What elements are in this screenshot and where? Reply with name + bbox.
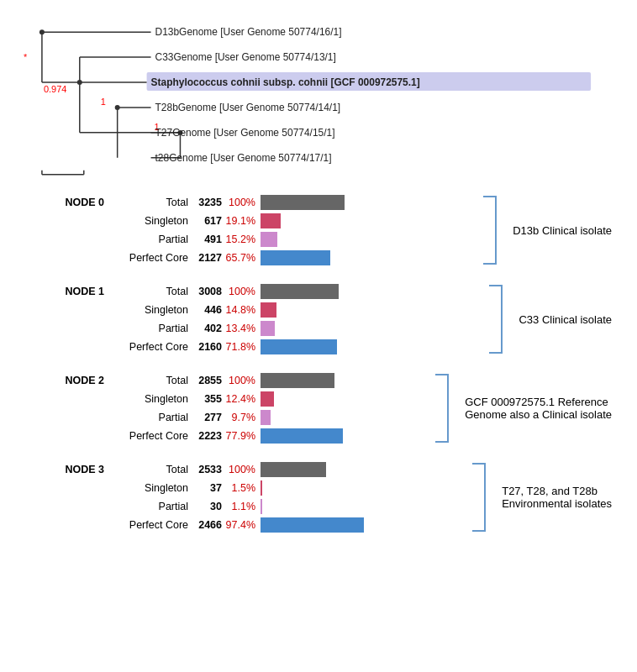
node-id-label-2: NODE 2 xyxy=(25,375,109,386)
node-singleton-row-0: Singleton 617 19.1% xyxy=(25,212,472,230)
node-id-label-0: NODE 0 xyxy=(25,197,109,208)
phylogenetic-tree: * 0.974 1 1 D13bGenome [User Genome 5077… xyxy=(17,8,620,176)
node-label-1: C33 Clinical isolate xyxy=(519,313,612,326)
node-label-col-1: C33 Clinical isolate xyxy=(519,282,612,356)
perfect-bar-2 xyxy=(261,428,370,444)
singleton-pct-2: 12.4% xyxy=(225,393,261,405)
bar-fill-perfect-1 xyxy=(261,339,337,354)
node-partial-row-3: Partial 30 1.1% xyxy=(25,497,461,516)
total-count-0: 3235 xyxy=(193,197,225,208)
bar-fill-total-1 xyxy=(261,284,339,299)
total-pct-2: 100% xyxy=(225,375,261,386)
singleton-bar-0 xyxy=(261,213,370,228)
bar-fill-singleton-3 xyxy=(261,480,262,496)
node-group-0: NODE 0 Total 3235 100% Singleton 617 19.… xyxy=(25,193,612,267)
perfect-count-3: 2466 xyxy=(193,519,225,531)
bracket-svg-0 xyxy=(479,193,504,267)
node-perfect-row-1: Perfect Core 2160 71.8% xyxy=(25,338,478,356)
total-bar-2 xyxy=(261,373,370,388)
bar-fill-singleton-1 xyxy=(261,302,276,318)
partial-count-0: 491 xyxy=(193,234,225,245)
tree-node-dot xyxy=(77,80,82,85)
node-label-col-3: T27, T28, and T28b Environmental isolate… xyxy=(502,460,612,534)
node-total-row-3: NODE 3 Total 2533 100% xyxy=(25,460,461,479)
bar-fill-total-0 xyxy=(261,195,345,210)
partial-pct-1: 13.4% xyxy=(225,323,261,334)
total-bar-1 xyxy=(261,284,370,299)
total-label-1: Total xyxy=(109,286,193,297)
singleton-label-2: Singleton xyxy=(109,393,193,405)
singleton-count-3: 37 xyxy=(193,482,225,494)
partial-bar-3 xyxy=(261,499,370,514)
perfect-count-0: 2127 xyxy=(193,252,225,264)
partial-pct-0: 15.2% xyxy=(225,234,261,245)
node-singleton-row-1: Singleton 446 14.8% xyxy=(25,301,478,319)
node-partial-row-2: Partial 277 9.7% xyxy=(25,408,424,427)
bars-section: NODE 0 Total 3235 100% Singleton 617 19.… xyxy=(0,185,637,543)
singleton-label-1: Singleton xyxy=(109,304,193,316)
singleton-pct-1: 14.8% xyxy=(225,304,261,316)
node-partial-row-1: Partial 402 13.4% xyxy=(25,319,478,338)
total-bar-0 xyxy=(261,195,370,210)
leaf-label: t28Genome [User Genome 50774/17/1] xyxy=(155,152,332,164)
bar-fill-perfect-2 xyxy=(261,428,343,444)
partial-label-3: Partial xyxy=(109,501,193,512)
total-pct-0: 100% xyxy=(225,197,261,208)
tree-node-dot xyxy=(39,29,45,34)
bracket-svg-1 xyxy=(485,282,510,356)
partial-count-3: 30 xyxy=(193,501,225,512)
partial-bar-1 xyxy=(261,321,370,336)
node-rows-0: NODE 0 Total 3235 100% Singleton 617 19.… xyxy=(25,193,472,267)
bracket-col-2 xyxy=(431,371,456,445)
singleton-bar-2 xyxy=(261,391,370,407)
singleton-label-3: Singleton xyxy=(109,482,193,494)
bar-fill-partial-0 xyxy=(261,232,277,247)
node-id-label-1: NODE 1 xyxy=(25,286,109,297)
bar-fill-total-3 xyxy=(261,462,326,477)
bracket-col-0 xyxy=(479,193,504,267)
node-rows-2: NODE 2 Total 2855 100% Singleton 355 12.… xyxy=(25,371,424,445)
bracket-path-0 xyxy=(483,197,496,264)
singleton-label-0: Singleton xyxy=(109,215,193,227)
bar-fill-total-2 xyxy=(261,373,334,388)
partial-label-1: Partial xyxy=(109,323,193,334)
bar-fill-singleton-0 xyxy=(261,213,281,228)
bracket-svg-2 xyxy=(431,371,456,445)
node-label-0: D13b Clinical isolate xyxy=(513,224,612,237)
perfect-count-1: 2160 xyxy=(193,341,225,353)
node-partial-row-0: Partial 491 15.2% xyxy=(25,230,472,249)
node-id-label-3: NODE 3 xyxy=(25,464,109,475)
bracket-col-3 xyxy=(468,460,493,534)
bar-fill-partial-3 xyxy=(261,499,262,514)
perfect-label-0: Perfect Core xyxy=(109,252,193,264)
support-label: * xyxy=(24,52,28,62)
tree-node-dot xyxy=(115,105,120,110)
perfect-pct-1: 71.8% xyxy=(225,341,261,353)
node-label-3: T27, T28, and T28b Environmental isolate… xyxy=(502,485,612,510)
node-label-col-2: GCF 000972575.1 Reference Genome also a … xyxy=(465,371,612,445)
leaf-label-highlight: Staphylococcus cohnii subsp. cohnii [GCF… xyxy=(151,76,420,88)
perfect-bar-3 xyxy=(261,517,370,533)
support-label: 0.974 xyxy=(44,84,66,94)
bar-fill-partial-2 xyxy=(261,410,271,425)
leaf-label: T27Genome [User Genome 50774/15/1] xyxy=(155,127,335,139)
node-total-row-2: NODE 2 Total 2855 100% xyxy=(25,371,424,390)
node-singleton-row-2: Singleton 355 12.4% xyxy=(25,390,424,408)
perfect-label-3: Perfect Core xyxy=(109,519,193,531)
total-count-3: 2533 xyxy=(193,464,225,475)
tree-section: * 0.974 1 1 D13bGenome [User Genome 5077… xyxy=(0,0,637,185)
total-label-2: Total xyxy=(109,375,193,386)
total-label-3: Total xyxy=(109,464,193,475)
singleton-count-0: 617 xyxy=(193,215,225,227)
partial-pct-2: 9.7% xyxy=(225,412,261,423)
singleton-count-2: 355 xyxy=(193,393,225,405)
node-label-col-0: D13b Clinical isolate xyxy=(513,193,612,267)
total-pct-1: 100% xyxy=(225,286,261,297)
partial-label-0: Partial xyxy=(109,234,193,245)
partial-pct-3: 1.1% xyxy=(225,501,261,512)
total-pct-3: 100% xyxy=(225,464,261,475)
node-group-2: NODE 2 Total 2855 100% Singleton 355 12.… xyxy=(25,371,612,445)
bracket-svg-3 xyxy=(468,460,493,534)
perfect-pct-0: 65.7% xyxy=(225,252,261,264)
perfect-count-2: 2223 xyxy=(193,430,225,442)
